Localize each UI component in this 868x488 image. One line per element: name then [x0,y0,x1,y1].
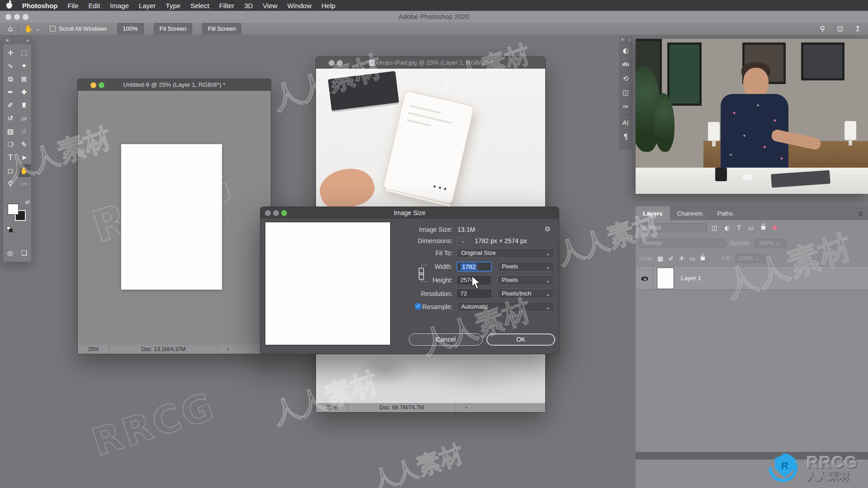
panel-close-icon[interactable]: ✕ [5,38,9,43]
blend-mode-select[interactable]: Normal ⌄ [639,239,725,248]
video-overlay[interactable] [636,39,868,194]
dialog-title-bar[interactable]: Image Size [260,207,559,219]
panel-menu-icon[interactable]: ≣ [858,210,863,218]
filter-adjustment-layers-icon[interactable]: ◐ [725,224,730,231]
lasso-tool[interactable]: ∿ [4,59,17,72]
menu-type[interactable]: Type [166,2,181,9]
fill-field[interactable]: 100% ⌄ [736,254,767,263]
character-panel-icon[interactable]: A| [619,116,632,130]
home-icon[interactable]: ⌂ [8,25,13,33]
layer-visibility-icon[interactable] [641,277,648,281]
brush-tool[interactable]: ✐ [4,99,17,112]
menu-help[interactable]: Help [321,2,335,9]
filter-kind-field[interactable]: ⚲ Kind [639,223,707,232]
resample-select[interactable]: Automatic ⌄ [457,302,554,312]
zoom-level[interactable]: 25% [78,345,109,354]
history-brush-tool[interactable]: ↺ [4,112,17,125]
quick-selection-tool[interactable]: ✦ [17,59,31,72]
histogram-panel-icon[interactable]: ıllı [619,57,632,71]
ok-button[interactable]: OK [486,333,555,346]
crop-tool[interactable]: ⧉ [4,72,17,85]
opacity-field[interactable]: 100% ⌄ [755,239,786,248]
tab-paths[interactable]: Paths [710,206,741,220]
tab-layers[interactable]: Layers [636,206,670,220]
slice-tool[interactable]: ⊠ [17,72,31,85]
eraser-tool[interactable]: ▱ [17,112,31,125]
apple-icon[interactable] [6,3,12,9]
zoom-tool[interactable]: ⚲ [4,177,17,190]
clone-stamp-tool[interactable]: ♜ [17,99,31,112]
pen-tool[interactable]: ✎ [17,138,31,151]
shape-tool[interactable]: ◻ [4,164,17,177]
move-tool[interactable]: ✛ [4,46,17,59]
panel-close-icon[interactable]: ✕ [621,38,624,42]
adjustments-panel-icon[interactable]: ◐ [619,43,632,57]
filter-toggle-icon[interactable] [773,225,777,230]
chevron-down-icon[interactable]: ⌄ [36,26,40,31]
foreground-color-swatch[interactable] [8,204,19,215]
layer-row[interactable]: Layer 1 [636,266,868,290]
lock-position-icon[interactable]: ✛ [679,255,684,262]
filter-pixel-layers-icon[interactable]: ◫ [712,224,717,231]
lock-artboard-icon[interactable]: ▭ [689,255,695,262]
gear-icon[interactable]: ⚙ [545,225,551,233]
filter-type-layers-icon[interactable]: T [737,224,741,231]
filter-shape-layers-icon[interactable]: ▭ [748,224,754,231]
smudge-tool[interactable]: ☝ [17,125,31,138]
menu-file[interactable]: File [67,2,78,9]
path-selection-tool[interactable]: ➤ [17,151,31,164]
doc-size-info[interactable]: Doc: 13.1M/4.37M [109,345,218,354]
lock-all-icon[interactable] [701,257,705,260]
resolution-unit-select[interactable]: Pixels/Inch ⌄ [497,289,554,299]
menu-layer[interactable]: Layer [139,2,156,9]
menu-3d[interactable]: 3D [244,2,253,9]
more-tools[interactable]: ⋯ [17,177,31,190]
eyedropper-tool[interactable]: ✒ [4,85,17,99]
image-preview[interactable] [265,222,391,345]
status-chevron-icon[interactable]: › [465,403,467,412]
paragraph-panel-icon[interactable]: ¶ [619,130,632,144]
width-input[interactable]: 1782 [457,262,492,272]
hand-tool-icon[interactable]: ✋ [24,25,33,33]
lock-paint-icon[interactable]: ✐ [669,255,674,262]
menu-window[interactable]: Window [288,2,311,9]
menu-image[interactable]: Image [110,2,129,9]
properties-panel-icon[interactable]: ◫ [619,85,632,99]
menu-view[interactable]: View [263,2,277,9]
menu-select[interactable]: Select [190,2,209,9]
fit-screen-button[interactable]: Fit Screen [154,23,192,34]
panel-expand-icon[interactable]: » [628,38,631,42]
status-chevron-icon[interactable]: › [227,345,229,354]
fit-to-select[interactable]: Original Size ⌄ [457,248,554,258]
history-panel-icon[interactable]: ⟲ [619,71,632,85]
healing-brush-tool[interactable]: ✚ [17,85,31,99]
gradient-tool[interactable]: ▨ [4,125,17,138]
cancel-button[interactable]: Cancel [409,333,483,346]
share-icon[interactable]: ↥ [855,25,861,33]
hand-tool[interactable]: ✋ [17,164,31,177]
untitled-canvas[interactable] [121,144,222,290]
screen-mode-icon[interactable]: ❏ [21,249,27,257]
width-unit-select[interactable]: Pixels ⌄ [497,262,554,272]
panel-collapse-icon[interactable]: « [26,38,29,43]
tab-channels[interactable]: Channels [670,206,710,220]
lock-transparent-icon[interactable]: ▦ [657,255,663,262]
fill-screen-button[interactable]: Fill Screen [202,23,241,34]
workspace-icon[interactable]: ⊡ [837,25,843,33]
menu-edit[interactable]: Edit [89,2,100,9]
zoom-level[interactable]: 25% [316,403,348,412]
dimensions-dropdown[interactable]: ⌄ [457,237,469,245]
marquee-tool[interactable]: ⬚ [17,46,31,59]
quick-mask-icon[interactable]: ◎ [7,249,13,257]
menu-photoshop[interactable]: Photoshop [22,2,57,9]
search-icon[interactable]: ⚲ [820,25,825,33]
default-colors-icon[interactable] [7,226,10,230]
brush-settings-panel-icon[interactable]: ✑ [619,99,632,113]
filter-smart-objects-icon[interactable] [761,226,765,230]
doc-size-info[interactable]: Doc: 68.7M/74.7M [348,403,456,412]
swap-colors-icon[interactable]: ⇄ [25,199,29,205]
scroll-all-windows-checkbox[interactable] [50,26,56,32]
resolution-input[interactable]: 72 [457,289,492,299]
mockups-title-bar[interactable]: Mockups-iPad.jpg @ 25% (Layer 1, RGB/8*)… [316,57,545,69]
zoom-100-button[interactable]: 100% [117,23,144,34]
